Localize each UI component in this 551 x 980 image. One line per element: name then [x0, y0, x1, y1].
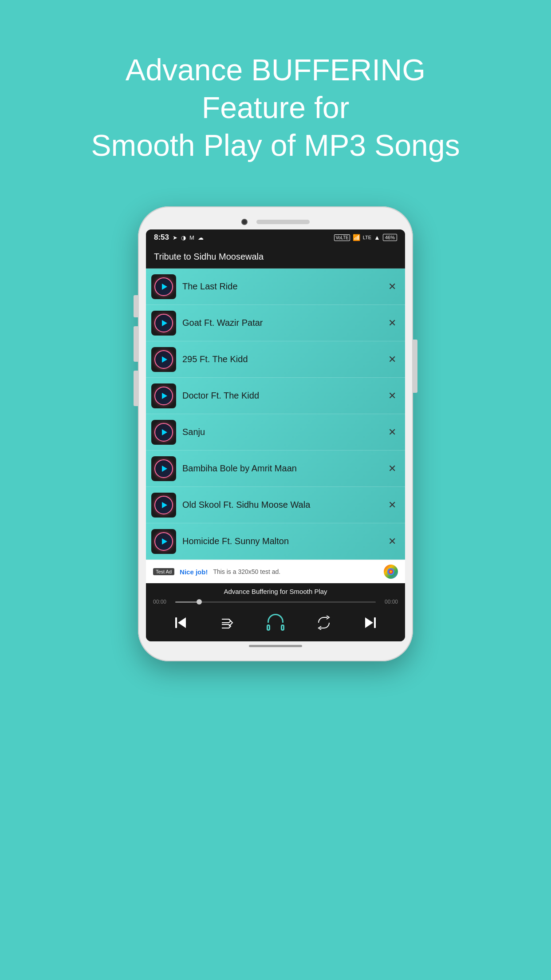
remove-btn-2[interactable]: ✕: [385, 314, 400, 332]
power-btn: [413, 340, 417, 393]
lte-icon: LTE: [363, 235, 371, 240]
svg-marker-1: [178, 617, 186, 628]
volte-icon: VoLTE: [334, 234, 350, 241]
song-icon-8: [151, 529, 176, 554]
song-name-6: Bambiha Bole by Amrit Maan: [182, 463, 385, 474]
shuffle-button[interactable]: [216, 612, 238, 633]
front-camera: [241, 219, 248, 225]
svg-rect-2: [374, 617, 376, 628]
earpiece: [256, 220, 310, 224]
remove-btn-1[interactable]: ✕: [385, 277, 400, 296]
volume-up-btn: [134, 326, 138, 362]
play-icon-8: [154, 532, 173, 551]
song-name-3: 295 Ft. The Kidd: [182, 354, 385, 364]
status-bar: 8:53 ➤ ◑ M ☁ VoLTE 📶 LTE ▲ 46%: [146, 229, 405, 245]
gmail-icon: M: [189, 234, 194, 241]
home-bar: [249, 645, 302, 647]
song-name-2: Goat Ft. Wazir Patar: [182, 318, 385, 328]
song-item-3[interactable]: 295 Ft. The Kidd ✕: [146, 341, 405, 378]
header-title: Advance BUFFERING Feature for Smooth Pla…: [35, 24, 516, 186]
alarm-icon: ◑: [181, 234, 186, 241]
battery-icon: 46%: [383, 234, 397, 241]
song-icon-1: [151, 274, 176, 299]
progress-fill: [175, 601, 199, 603]
time-end: 00:00: [380, 599, 398, 605]
location-icon: ➤: [173, 234, 177, 241]
remove-btn-4[interactable]: ✕: [385, 387, 400, 405]
song-icon-5: [151, 420, 176, 445]
remove-btn-5[interactable]: ✕: [385, 423, 400, 442]
remove-btn-3[interactable]: ✕: [385, 350, 400, 369]
song-item-5[interactable]: Sanju ✕: [146, 414, 405, 450]
player-bar: Advance Buffering for Smooth Play 00:00 …: [146, 583, 405, 641]
song-list: The Last Ride ✕ Goat Ft. Wazir Patar ✕: [146, 269, 405, 560]
song-item-8[interactable]: Homicide Ft. Sunny Malton ✕: [146, 523, 405, 560]
song-icon-3: [151, 347, 176, 372]
progress-bar[interactable]: [175, 601, 376, 603]
song-name-8: Homicide Ft. Sunny Malton: [182, 536, 385, 546]
song-icon-4: [151, 383, 176, 408]
play-triangle-8: [162, 538, 167, 545]
song-icon-7: [151, 493, 176, 518]
phone-screen: 8:53 ➤ ◑ M ☁ VoLTE 📶 LTE ▲ 46% Tribute t…: [146, 229, 405, 641]
song-icon-6: [151, 456, 176, 481]
play-triangle-1: [162, 284, 167, 290]
ad-banner: Test Ad Nice job! This is a 320x50 test …: [146, 560, 405, 583]
ad-label: Test Ad: [153, 568, 174, 575]
song-item-6[interactable]: Bambiha Bole by Amrit Maan ✕: [146, 450, 405, 487]
song-name-4: Doctor Ft. The Kidd: [182, 391, 385, 401]
repeat-button[interactable]: [313, 612, 335, 633]
song-icon-2: [151, 311, 176, 336]
song-name-5: Sanju: [182, 427, 385, 437]
headphones-button[interactable]: [263, 610, 288, 635]
play-icon-2: [154, 314, 173, 332]
play-triangle-3: [162, 356, 167, 363]
player-controls: [153, 610, 398, 635]
playlist-header: Tribute to Sidhu Moosewala: [146, 245, 405, 269]
play-triangle-7: [162, 502, 167, 508]
next-button[interactable]: [360, 612, 381, 633]
status-left: 8:53 ➤ ◑ M ☁: [154, 233, 204, 242]
song-item-1[interactable]: The Last Ride ✕: [146, 269, 405, 305]
headphones-right: [281, 624, 284, 631]
wifi-icon: 📶: [353, 234, 360, 241]
song-item-7[interactable]: Old Skool Ft. Sidhu Moose Wala ✕: [146, 487, 405, 523]
remove-btn-8[interactable]: ✕: [385, 532, 400, 551]
song-name-7: Old Skool Ft. Sidhu Moose Wala: [182, 500, 385, 510]
progress-row: 00:00 00:00: [153, 599, 398, 605]
headphones-icon: [266, 613, 285, 632]
home-indicator: [146, 641, 405, 649]
player-title: Advance Buffering for Smooth Play: [153, 588, 398, 595]
headphones-left: [267, 624, 270, 631]
status-right: VoLTE 📶 LTE ▲ 46%: [334, 234, 397, 241]
remove-btn-6[interactable]: ✕: [385, 459, 400, 478]
ad-description: This is a 320x50 test ad.: [213, 568, 378, 575]
svg-rect-0: [175, 617, 177, 628]
progress-dot: [197, 599, 202, 605]
song-item-2[interactable]: Goat Ft. Wazir Patar ✕: [146, 305, 405, 341]
play-icon-5: [154, 423, 173, 442]
play-triangle-2: [162, 320, 167, 326]
phone-top: [146, 219, 405, 225]
song-item-4[interactable]: Doctor Ft. The Kidd ✕: [146, 378, 405, 414]
play-icon-1: [154, 277, 173, 296]
play-icon-4: [154, 387, 173, 405]
prev-button[interactable]: [170, 612, 191, 633]
play-triangle-4: [162, 393, 167, 399]
song-name-1: The Last Ride: [182, 281, 385, 292]
svg-marker-3: [365, 617, 373, 628]
signal-icon: ▲: [374, 234, 380, 241]
volume-silent-btn: [134, 295, 138, 317]
play-icon-7: [154, 496, 173, 514]
cloud-icon: ☁: [198, 234, 204, 241]
phone-frame: 8:53 ➤ ◑ M ☁ VoLTE 📶 LTE ▲ 46% Tribute t…: [138, 206, 413, 661]
ad-nice-job: Nice job!: [180, 568, 208, 576]
remove-btn-7[interactable]: ✕: [385, 496, 400, 514]
play-icon-3: [154, 350, 173, 369]
ad-logo: [384, 565, 398, 579]
volume-down-btn: [134, 371, 138, 406]
play-icon-6: [154, 459, 173, 478]
headphones-arc: [268, 614, 283, 623]
play-triangle-6: [162, 466, 167, 472]
status-time: 8:53: [154, 233, 169, 242]
